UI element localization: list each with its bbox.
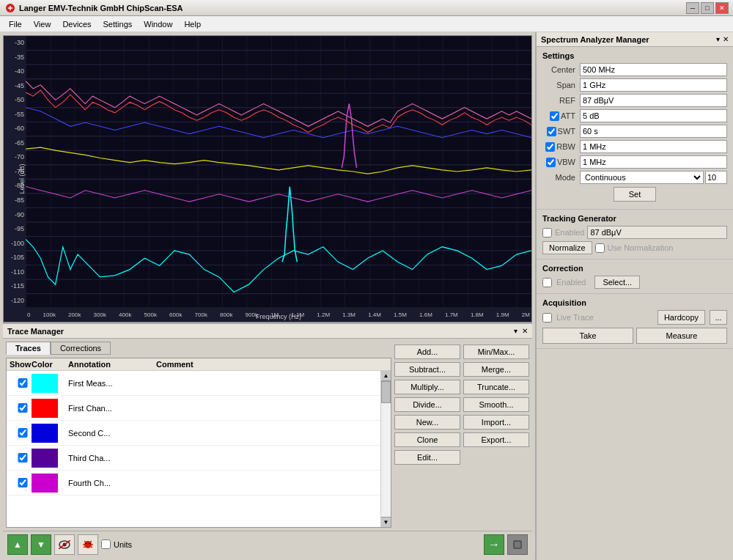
menu-view[interactable]: View — [28, 18, 57, 30]
y-label-45: -45 — [5, 82, 24, 89]
vbw-checkbox[interactable] — [546, 158, 556, 167]
y-label-65: -65 — [5, 139, 24, 147]
trace-show-5[interactable] — [14, 478, 32, 487]
panel-pin[interactable]: ▾ — [514, 327, 517, 335]
live-trace-checkbox[interactable] — [542, 313, 552, 323]
left-area: -30 -35 -40 -45 -50 -55 -60 -65 -70 -75 … — [0, 32, 535, 560]
table-row: First Chan... — [7, 396, 391, 421]
y-label-60: -60 — [5, 125, 24, 132]
tab-traces[interactable]: Traces — [6, 342, 51, 355]
col-color: Color — [32, 360, 68, 369]
y-label-100: -100 — [5, 240, 24, 247]
menu-settings[interactable]: Settings — [97, 18, 139, 30]
move-down-button[interactable]: ▼ — [31, 534, 51, 555]
scroll-track[interactable] — [381, 381, 391, 517]
y-label-70: -70 — [5, 153, 24, 161]
trace-color-4[interactable] — [32, 449, 58, 468]
maximize-button[interactable]: □ — [701, 2, 714, 14]
minimize-button[interactable]: ─ — [686, 2, 699, 14]
trace-left-section: Traces Corrections Show Color Annotation… — [6, 342, 391, 528]
menu-window[interactable]: Window — [138, 18, 178, 30]
tracking-enabled-checkbox[interactable] — [542, 228, 552, 237]
correction-enabled-checkbox[interactable] — [542, 278, 552, 287]
vbw-input[interactable] — [580, 155, 727, 169]
minmax-button[interactable]: Min/Max... — [463, 345, 529, 359]
right-panel-close-icon[interactable]: ✕ — [723, 35, 729, 43]
svg-line-23 — [59, 540, 70, 549]
rbw-input[interactable] — [580, 140, 727, 153]
y-label-30: -30 — [5, 39, 24, 46]
correction-section: Correction Enabled Select... — [537, 259, 733, 294]
trace-annotation-2: First Chan... — [68, 404, 156, 413]
ref-input[interactable] — [580, 94, 727, 107]
units-checkbox[interactable] — [101, 539, 111, 549]
move-up-button[interactable]: ▲ — [7, 534, 28, 555]
measure-button[interactable]: Measure — [636, 328, 727, 344]
table-scrollbar[interactable]: ▲ ▼ — [380, 371, 391, 527]
use-normalization-checkbox[interactable] — [595, 243, 605, 253]
mode-select[interactable]: Continuous Single — [580, 171, 704, 184]
mode-number-input[interactable] — [705, 171, 727, 184]
export-button[interactable]: Export... — [463, 432, 529, 447]
trace-button-grid: Add... Min/Max... Subtract... Merge... M… — [394, 342, 529, 528]
trace-show-1[interactable] — [14, 378, 32, 388]
scroll-down-btn[interactable]: ▼ — [381, 517, 391, 527]
live-trace-label: Live Trace — [556, 313, 594, 322]
trace-color-3[interactable] — [32, 424, 58, 443]
add-button[interactable]: Add... — [394, 345, 460, 359]
close-button[interactable]: ✕ — [715, 2, 729, 14]
trace-show-3[interactable] — [14, 428, 32, 438]
rbw-checkbox[interactable] — [545, 142, 555, 152]
menu-help[interactable]: Help — [178, 18, 207, 30]
import-button[interactable]: Import... — [463, 415, 529, 430]
span-input[interactable] — [580, 78, 727, 92]
hardcopy-button[interactable]: Hardcopy — [658, 310, 705, 325]
normalize-button[interactable]: Normalize — [542, 241, 592, 254]
att-checkbox[interactable] — [550, 111, 559, 121]
multiply-button[interactable]: Multiply... — [394, 380, 460, 394]
dots-button[interactable]: ... — [710, 310, 727, 325]
smooth-button[interactable]: Smooth... — [463, 397, 529, 412]
trace-show-2[interactable] — [14, 403, 32, 413]
take-button[interactable]: Take — [542, 328, 633, 344]
rbw-row: RBW — [542, 140, 727, 153]
bug-button[interactable] — [78, 534, 98, 555]
arrow-right-button[interactable]: → — [484, 534, 504, 555]
truncate-button[interactable]: Truncate... — [463, 380, 529, 394]
right-panel-pin[interactable]: ▾ — [716, 35, 720, 43]
swt-checkbox[interactable] — [547, 127, 556, 136]
scroll-thumb[interactable] — [381, 381, 391, 403]
acquisition-section: Acquisition Live Trace Hardcopy ... Take… — [537, 294, 733, 349]
trace-show-4[interactable] — [14, 453, 32, 463]
merge-button[interactable]: Merge... — [463, 362, 529, 377]
scroll-up-btn[interactable]: ▲ — [381, 371, 391, 381]
set-button[interactable]: Set — [614, 187, 657, 202]
panel-close-icon[interactable]: ✕ — [522, 327, 528, 335]
select-button[interactable]: Select... — [594, 276, 640, 289]
tab-corrections[interactable]: Corrections — [51, 342, 111, 355]
vbw-label: VBW — [542, 158, 575, 167]
trace-color-2[interactable] — [32, 399, 58, 418]
trace-color-5[interactable] — [32, 474, 58, 493]
trace-manager-header: Trace Manager ▾ ✕ — [3, 324, 532, 339]
trace-annotation-1: First Meas... — [68, 379, 156, 388]
db-icon-button[interactable] — [507, 534, 528, 555]
chart-plot — [26, 36, 531, 307]
swt-input[interactable] — [580, 125, 727, 138]
eye-button[interactable] — [54, 534, 75, 555]
subtract-button[interactable]: Subtract... — [394, 362, 460, 377]
tracking-value-input[interactable] — [587, 226, 727, 239]
center-row: Center — [542, 63, 727, 76]
y-label-105: -105 — [5, 254, 24, 261]
center-input[interactable] — [580, 63, 727, 76]
edit-button[interactable]: Edit... — [394, 450, 460, 465]
acquisition-title: Acquisition — [542, 298, 727, 307]
divide-button[interactable]: Divide... — [394, 397, 460, 412]
menu-devices[interactable]: Devices — [56, 18, 97, 30]
trace-color-1[interactable] — [32, 374, 58, 393]
new-button[interactable]: New... — [394, 415, 460, 430]
menu-file[interactable]: File — [3, 18, 28, 30]
att-input[interactable] — [580, 109, 727, 122]
clone-button[interactable]: Clone — [394, 432, 460, 447]
y-label-110: -110 — [5, 268, 24, 276]
